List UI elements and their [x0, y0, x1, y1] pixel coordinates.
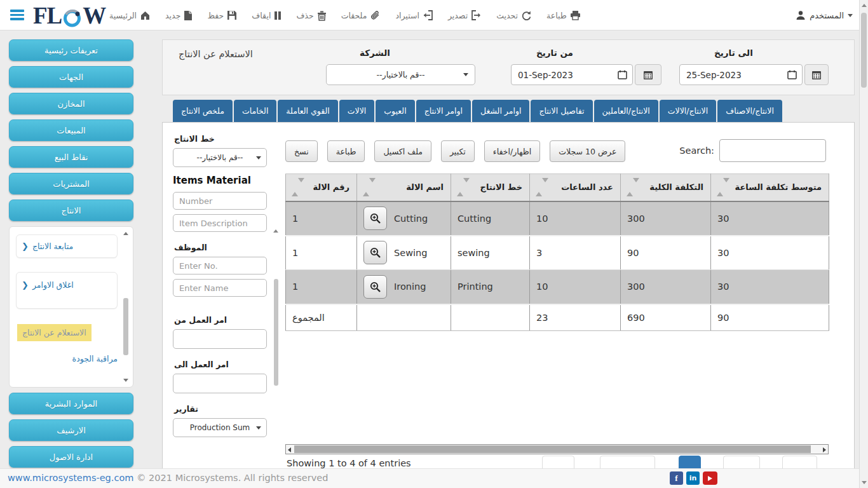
- facebook-icon[interactable]: f: [670, 471, 683, 485]
- employee-no-input[interactable]: [173, 257, 267, 274]
- column-header-machine-no[interactable]: رقم الالة: [286, 174, 357, 201]
- footer-site-link[interactable]: www.microsystems-eg.com: [8, 473, 133, 483]
- work-order-from-input[interactable]: [173, 329, 267, 349]
- sidebar-item-assets[interactable]: ادارة الاصول: [9, 446, 133, 468]
- employee-name-input[interactable]: [173, 279, 267, 297]
- submenu-item-production-inquiry-selected[interactable]: الاستعلام عن الانتاج: [17, 324, 92, 341]
- production-machines-table: رقم الالة اسم الالة خط الانتاج عدد الساع…: [285, 173, 829, 331]
- tab-production-details[interactable]: تفاصيل الانتاج: [531, 100, 592, 122]
- cell-production-line: Cutting: [451, 201, 530, 236]
- to-date-input[interactable]: 25-Sep-2023: [679, 64, 803, 85]
- sidebar-item-pos[interactable]: نقاط البيع: [9, 146, 133, 168]
- zoom-detail-button[interactable]: [363, 275, 387, 299]
- enlarge-button[interactable]: تكبير: [441, 140, 475, 162]
- toolbar-import-button[interactable]: استيراد: [395, 10, 433, 20]
- submenu-scrollbar[interactable]: [123, 232, 130, 382]
- reports-label: تقارير: [174, 404, 268, 414]
- sidebar-item-main-definitions[interactable]: تعريفات رئيسية: [9, 39, 133, 61]
- toolbar-home-button[interactable]: الرئيسية: [109, 10, 151, 21]
- production-line-select[interactable]: --قم بالاختيار--: [173, 148, 267, 167]
- social-icons: f in: [670, 471, 717, 485]
- submenu-item-quality-control[interactable]: مراقبة الجودة: [16, 354, 118, 363]
- toolbar-refresh-button[interactable]: تحديث: [496, 10, 532, 21]
- scrollbar-thumb[interactable]: [274, 279, 278, 386]
- user-dropdown[interactable]: المستخدم: [796, 0, 853, 30]
- submenu-item-production-followup[interactable]: ❯متابعة الانتاج: [16, 234, 118, 258]
- linkedin-icon[interactable]: in: [686, 471, 700, 485]
- excel-file-button[interactable]: ملف اكسيل: [374, 140, 431, 162]
- submenu-item-close-orders[interactable]: ❯اغلاق الاوامر: [16, 272, 118, 309]
- save-icon: [227, 10, 237, 20]
- work-order-to-input[interactable]: [173, 374, 267, 393]
- from-date-calendar-button[interactable]: [635, 64, 661, 85]
- from-date-label: من تاريخ: [536, 48, 573, 58]
- tab-raw-materials[interactable]: الخامات: [234, 100, 276, 122]
- toolbar-save-button[interactable]: حفظ: [207, 10, 237, 20]
- hamburger-menu-icon[interactable]: [10, 10, 24, 20]
- sidebar-item-hr[interactable]: الموارد البشرية: [9, 393, 133, 414]
- show-hide-button[interactable]: اظهار/اخفاء: [484, 140, 540, 162]
- company-select[interactable]: --قم بالاختيار--: [326, 64, 475, 85]
- column-header-production-line[interactable]: خط الانتاج: [451, 174, 530, 201]
- cell-production-line: Printing: [451, 270, 530, 304]
- search-area: Search:: [679, 139, 826, 162]
- zoom-detail-button[interactable]: [363, 241, 387, 264]
- sidebar-item-sales[interactable]: المبيعات: [9, 119, 133, 141]
- employee-label: الموظف: [174, 243, 268, 252]
- tab-defects[interactable]: العيوب: [376, 100, 414, 122]
- tab-machines[interactable]: الالات: [339, 100, 375, 122]
- column-header-machine-name[interactable]: اسم الالة: [357, 174, 451, 201]
- top-navbar: FLW الرئيسية جديد حفظ ايقاف حذف ملحقات ا…: [0, 0, 868, 30]
- form-scrollbar[interactable]: [273, 229, 280, 390]
- toolbar-new-button[interactable]: جديد: [165, 10, 193, 21]
- tab-production-summary[interactable]: ملخص الانتاج: [173, 100, 233, 122]
- scrollbar-thumb[interactable]: [294, 445, 811, 453]
- sidebar-item-production[interactable]: الانتاج: [9, 200, 133, 221]
- scrollbar-thumb[interactable]: [123, 298, 128, 355]
- tab-production-machines[interactable]: الانتاج/الالات: [660, 100, 716, 122]
- table-row: 1 Sewing sewing 3 90 30: [286, 236, 829, 270]
- table-header-row: رقم الالة اسم الالة خط الانتاج عدد الساع…: [286, 174, 829, 201]
- scrollbar-thumb[interactable]: [861, 13, 867, 88]
- item-number-input[interactable]: [173, 192, 267, 210]
- tab-workforce[interactable]: القوي العاملة: [278, 100, 337, 122]
- tab-work-orders[interactable]: اوامر الشغل: [472, 100, 529, 122]
- to-date-calendar-button[interactable]: [804, 64, 829, 85]
- print-button[interactable]: طباعة: [327, 140, 365, 162]
- toolbar-print-button[interactable]: طباعة: [546, 10, 581, 20]
- search-input[interactable]: [719, 139, 826, 162]
- column-header-hours[interactable]: عدد الساعات: [530, 174, 621, 201]
- sidebar-item-warehouses[interactable]: المخازن: [9, 93, 133, 114]
- table-info-text: Showing 1 to 4 of 4 entries: [287, 458, 411, 468]
- column-header-avg-hour-cost[interactable]: متوسط تكلفة الساعة: [711, 174, 829, 201]
- toolbar-attachments-button[interactable]: ملحقات: [341, 10, 381, 21]
- tab-production-workers[interactable]: الانتاج/العاملين: [594, 100, 658, 122]
- reports-select[interactable]: Production Sum: [173, 418, 267, 437]
- youtube-icon[interactable]: [703, 471, 717, 485]
- window-scrollbar[interactable]: [859, 0, 868, 488]
- tab-production-orders[interactable]: اوامر الانتاج: [416, 100, 471, 122]
- cell-total-cost: 300: [621, 270, 711, 304]
- sidebar-item-archive[interactable]: الارشيف: [9, 419, 133, 441]
- toolbar-delete-button[interactable]: حذف: [296, 10, 326, 21]
- zoom-detail-button[interactable]: [363, 207, 387, 230]
- to-date-label: الى تاريخ: [714, 48, 753, 58]
- column-header-total-cost[interactable]: التكلفة الكلية: [621, 174, 711, 201]
- magnifier-plus-icon: [369, 281, 381, 293]
- search-label: Search:: [679, 146, 714, 156]
- side-filter-form: خط الانتاج --قم بالاختيار-- Items Materi…: [173, 134, 268, 437]
- toolbar-export-button[interactable]: تصدير: [448, 10, 482, 20]
- total-empty: [451, 304, 530, 331]
- item-description-input[interactable]: [173, 214, 267, 232]
- footer-text: www.microsystems-eg.com © 2021 Microsyst…: [8, 473, 328, 483]
- copy-button[interactable]: نسخ: [285, 140, 318, 162]
- show-10-records-button[interactable]: عرض 10 سجلات: [550, 140, 625, 162]
- tab-production-items[interactable]: الانتاج/الاصناف: [717, 100, 782, 122]
- toolbar-stop-button[interactable]: ايقاف: [252, 11, 281, 20]
- table-horizontal-scrollbar[interactable]: [285, 444, 829, 454]
- sidebar-item-entities[interactable]: الجهات: [9, 66, 133, 88]
- date-picker-icon[interactable]: [787, 70, 797, 81]
- date-picker-icon[interactable]: [618, 70, 627, 81]
- from-date-input[interactable]: 01-Sep-2023: [511, 64, 633, 85]
- sidebar-item-purchases[interactable]: المشتريات: [9, 173, 133, 194]
